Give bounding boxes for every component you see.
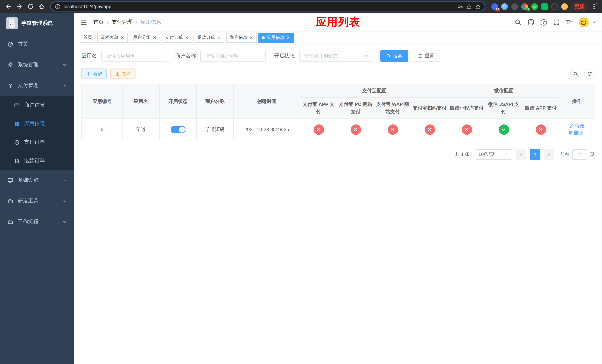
close-icon[interactable] <box>185 36 189 40</box>
toolbox-icon <box>7 198 13 204</box>
extension-icon-3[interactable] <box>511 3 518 10</box>
password-key-icon[interactable] <box>457 3 463 10</box>
sidebar-item-home[interactable]: 首页 <box>0 34 74 54</box>
prev-page-button[interactable] <box>516 150 526 160</box>
user-avatar[interactable] <box>578 17 589 28</box>
col-header-app-name: 应用名 <box>122 84 159 119</box>
app-name-input[interactable] <box>101 50 167 62</box>
tab-app-info[interactable]: 应用信息 <box>258 33 294 43</box>
cell-alipay-wap <box>374 119 411 140</box>
cell-wx-lite <box>448 119 485 140</box>
tab-user-group[interactable]: 用户分组 <box>129 33 160 43</box>
tab-label: 应用信息 <box>267 34 284 41</box>
grid-icon <box>14 121 20 127</box>
sidebar-item-merchant-info[interactable]: 商户信息 <box>0 96 74 114</box>
sidebar-item-label: 支付管理 <box>18 82 39 89</box>
current-page[interactable]: 1 <box>530 150 540 160</box>
cell-alipay-app <box>300 119 337 140</box>
extension-icon-8[interactable] <box>561 3 568 10</box>
url-text: localhost:1024/pay/app <box>64 4 111 9</box>
forward-button[interactable] <box>14 1 24 12</box>
delete-link-label: 删除 <box>574 130 583 136</box>
tab-payment-orders[interactable]: 支付订单 <box>162 33 192 43</box>
monitor-icon <box>7 177 13 183</box>
breadcrumb-home[interactable]: 首页 <box>93 19 104 26</box>
back-button[interactable] <box>3 1 13 12</box>
cell-ops: 修改删除 <box>559 119 595 140</box>
tab-merchant-info[interactable]: 商户信息 <box>226 33 257 43</box>
status-toggle[interactable] <box>171 126 185 133</box>
logo[interactable]: 芋道管理系统 <box>0 13 74 34</box>
tab-process-form[interactable]: 流程表单 <box>97 33 128 43</box>
toggle-search-button[interactable] <box>570 68 580 79</box>
sidebar-item-payment-orders[interactable]: 支付订单 <box>0 133 74 151</box>
sidebar-toggle-icon[interactable] <box>80 19 87 26</box>
export-button[interactable]: 导出 <box>110 68 136 79</box>
tab-label: 首页 <box>83 34 92 41</box>
edit-link[interactable]: 修改 <box>569 123 585 129</box>
next-page-button[interactable] <box>544 150 554 160</box>
sidebar-item-label: 支付订单 <box>24 139 45 146</box>
breadcrumb-separator: / <box>107 19 108 25</box>
page-content: 应用名 商户名称 开启状态 搜索 重置 <box>74 44 602 364</box>
github-icon[interactable] <box>527 19 534 26</box>
share-icon[interactable] <box>466 3 472 10</box>
browser-menu-button[interactable] <box>589 1 599 12</box>
update-notification-dot <box>596 2 598 4</box>
help-icon[interactable]: ? <box>540 19 547 25</box>
extension-icon-4[interactable]: 1 <box>521 3 528 10</box>
logo-avatar <box>6 17 18 29</box>
filter-form: 应用名 商户名称 开启状态 搜索 重置 <box>81 50 595 62</box>
col-header-ops: 操作 <box>559 84 595 119</box>
sidebar-item-app-info[interactable]: 应用信息 <box>0 114 74 133</box>
sidebar-item-workflow[interactable]: 工作流程 <box>0 212 74 232</box>
close-icon[interactable] <box>249 36 253 40</box>
sidebar-item-payment[interactable]: ¥ 支付管理 <box>0 75 74 96</box>
avatar-caret-icon[interactable] <box>592 20 596 24</box>
update-button[interactable]: 更新 <box>571 2 588 11</box>
close-icon[interactable] <box>217 36 221 40</box>
sidebar-item-dev-tools[interactable]: 研发工具 <box>0 191 74 212</box>
home-button[interactable] <box>36 1 47 12</box>
breadcrumb-section[interactable]: 支付管理 <box>112 19 133 26</box>
sidebar-item-refund-orders[interactable]: 退款订单 <box>0 151 74 170</box>
browser-toolbar: localhost:1024/pay/app 10 1 更新 <box>0 0 602 13</box>
font-size-icon[interactable]: TT <box>566 19 572 26</box>
bookmark-star-icon[interactable] <box>475 3 481 10</box>
add-button[interactable]: 新增 <box>81 68 107 79</box>
tab-home[interactable]: 首页 <box>80 33 96 43</box>
reload-button[interactable] <box>25 1 35 12</box>
search-button[interactable]: 搜索 <box>380 50 408 62</box>
goto-page-input[interactable] <box>572 150 587 160</box>
status-select-input[interactable] <box>299 50 372 62</box>
extension-icon-6[interactable] <box>541 3 548 10</box>
cell-wx-app <box>522 119 559 140</box>
extension-icon-7[interactable] <box>551 3 558 10</box>
extension-icon-1[interactable]: 10 <box>491 3 498 10</box>
status-select[interactable] <box>299 50 372 62</box>
site-info-icon[interactable] <box>55 3 61 10</box>
reset-button[interactable]: 重置 <box>412 50 440 62</box>
chevron-right-icon <box>547 152 551 157</box>
fullscreen-icon[interactable] <box>553 19 560 26</box>
breadcrumb-separator: / <box>136 19 137 25</box>
search-icon[interactable] <box>515 19 521 26</box>
close-icon[interactable] <box>152 36 157 40</box>
address-bar[interactable]: localhost:1024/pay/app <box>50 1 485 11</box>
extension-icon-5[interactable] <box>531 3 538 10</box>
dashboard-icon <box>7 41 13 47</box>
col-header-status: 开启状态 <box>159 84 196 119</box>
refresh-table-button[interactable] <box>584 68 595 79</box>
sidebar-item-infrastructure[interactable]: 基础设施 <box>0 170 74 191</box>
close-icon[interactable] <box>286 36 290 40</box>
tab-refund-orders[interactable]: 退款订单 <box>194 33 224 43</box>
extension-icon-2[interactable] <box>501 3 508 10</box>
status-label: 开启状态 <box>274 53 295 59</box>
cell-app-name: 芋道 <box>122 119 159 140</box>
sidebar-item-system[interactable]: 系统管理 <box>0 54 74 75</box>
page-size-select[interactable]: 10条/页 <box>475 150 512 160</box>
delete-link[interactable]: 删除 <box>568 130 583 136</box>
merchant-name-input[interactable] <box>200 50 266 62</box>
table-tools <box>567 68 595 79</box>
close-icon[interactable] <box>120 36 124 40</box>
